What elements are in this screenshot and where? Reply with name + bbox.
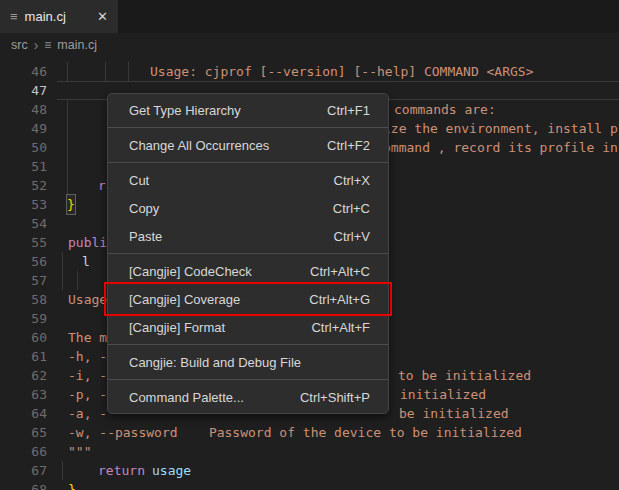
gutter-line-number: 52: [0, 176, 47, 195]
menu-item-label: Cangjie: Build and Debug File: [129, 355, 301, 370]
code-text: -w, --password Password of the device to…: [68, 423, 522, 442]
gutter-line-number: 47: [0, 81, 47, 100]
gutter-line-number: 60: [0, 328, 47, 347]
code-text: usage: [152, 461, 191, 480]
gutter-line-number: 53: [0, 195, 47, 214]
gutter-line-number: 57: [0, 271, 47, 290]
code-text: return: [98, 461, 145, 480]
indent-guide: [62, 271, 63, 290]
gutter-line-number: 67: [0, 461, 47, 480]
code-text: Usage: [68, 290, 107, 309]
indent-guide: [67, 100, 68, 119]
indent-guide: [128, 62, 129, 81]
indent-guide: [67, 138, 68, 157]
gutter-line-number: 46: [0, 62, 47, 81]
menu-item-shortcut: Ctrl+F1: [327, 103, 370, 118]
menu-item-cangjie-codecheck[interactable]: [Cangjie] CodeCheckCtrl+Alt+C: [108, 257, 388, 285]
menu-item-label: Command Palette...: [129, 390, 244, 405]
gutter-line-number: 54: [0, 214, 47, 233]
gutter-line-number: 56: [0, 252, 47, 271]
code-text: initialized: [400, 385, 486, 404]
menu-item-label: [Cangjie] Coverage: [129, 292, 240, 307]
indent-guide: [67, 62, 68, 81]
code-text: }: [67, 195, 75, 214]
menu-item-change-all-occurrences[interactable]: Change All OccurrencesCtrl+F2: [108, 131, 388, 159]
indent-guide: [62, 252, 63, 271]
menu-item-cangjie-build-and-debug-file[interactable]: Cangjie: Build and Debug File: [108, 348, 388, 376]
gutter-line-number: 62: [0, 366, 47, 385]
gutter-line-number: 68: [0, 480, 47, 490]
code-text: commands are:: [394, 100, 496, 119]
menu-item-cangjie-format[interactable]: [Cangjie] FormatCtrl+Alt+F: [108, 313, 388, 341]
code-text: """: [68, 442, 91, 461]
indent-guide: [67, 176, 68, 195]
menu-item-label: [Cangjie] Format: [129, 320, 225, 335]
menu-separator: [108, 127, 388, 128]
gutter-line-number: 51: [0, 157, 47, 176]
code-text: publi: [68, 233, 107, 252]
code-text: be initialized: [399, 404, 509, 423]
code-text: l: [82, 252, 90, 271]
menu-item-shortcut: Ctrl+Alt+F: [311, 320, 370, 335]
menu-separator: [108, 253, 388, 254]
menu-item-label: Paste: [129, 229, 162, 244]
menu-item-label: Copy: [129, 201, 159, 216]
gutter-line-number: 66: [0, 442, 47, 461]
menu-separator: [108, 379, 388, 380]
menu-item-shortcut: Ctrl+Alt+C: [310, 264, 370, 279]
indent-guide: [62, 461, 63, 480]
code-text: -a, -: [68, 404, 107, 423]
gutter-line-number: 59: [0, 309, 47, 328]
code-text: -i, -: [68, 366, 107, 385]
menu-item-label: Change All Occurrences: [129, 138, 269, 153]
gutter-line-number: 50: [0, 138, 47, 157]
code-text: ize the environment, install p: [383, 119, 618, 138]
menu-item-shortcut: Ctrl+Alt+G: [309, 292, 370, 307]
gutter-line-number: 65: [0, 423, 47, 442]
gutter-line-number: 49: [0, 119, 47, 138]
code-text: -p, -: [68, 385, 107, 404]
menu-item-shortcut: Ctrl+F2: [327, 138, 370, 153]
menu-item-get-type-hierarchy[interactable]: Get Type HierarchyCtrl+F1: [108, 96, 388, 124]
menu-separator: [108, 344, 388, 345]
menu-item-shortcut: Ctrl+C: [333, 201, 370, 216]
code-text: r: [98, 176, 106, 195]
menu-item-shortcut: Ctrl+Shift+P: [300, 390, 370, 405]
menu-item-label: [Cangjie] CodeCheck: [129, 264, 252, 279]
code-text: }: [68, 480, 76, 490]
gutter-line-number: 48: [0, 100, 47, 119]
menu-item-command-palette[interactable]: Command Palette...Ctrl+Shift+P: [108, 383, 388, 411]
code-text: ommand , record its profile in: [383, 138, 618, 157]
context-menu: Get Type HierarchyCtrl+F1Change All Occu…: [107, 93, 389, 414]
gutter-line-number: 61: [0, 347, 47, 366]
code-text: The m: [68, 328, 107, 347]
vscode-window: ≡ main.cj ✕ src › ≡ main.cj 46Usage: cjp…: [0, 0, 619, 490]
menu-item-cut[interactable]: CutCtrl+X: [108, 166, 388, 194]
menu-item-label: Get Type Hierarchy: [129, 103, 241, 118]
menu-item-shortcut: Ctrl+X: [334, 173, 370, 188]
code-text: to be initialized: [398, 366, 531, 385]
menu-separator: [108, 162, 388, 163]
menu-item-cangjie-coverage[interactable]: [Cangjie] CoverageCtrl+Alt+G: [108, 285, 388, 313]
indent-guide: [67, 119, 68, 138]
indent-guide: [105, 62, 106, 81]
indent-guide: [77, 271, 78, 290]
menu-item-copy[interactable]: CopyCtrl+C: [108, 194, 388, 222]
menu-item-label: Cut: [129, 173, 149, 188]
indent-guide: [67, 157, 68, 176]
code-text: Usage: cjprof [--version] [--help] COMMA…: [150, 62, 534, 81]
menu-item-paste[interactable]: PasteCtrl+V: [108, 222, 388, 250]
gutter-line-number: 64: [0, 404, 47, 423]
code-text: -h, -: [68, 347, 107, 366]
gutter-line-number: 58: [0, 290, 47, 309]
gutter-line-number: 63: [0, 385, 47, 404]
menu-item-shortcut: Ctrl+V: [334, 229, 370, 244]
gutter-line-number: 55: [0, 233, 47, 252]
